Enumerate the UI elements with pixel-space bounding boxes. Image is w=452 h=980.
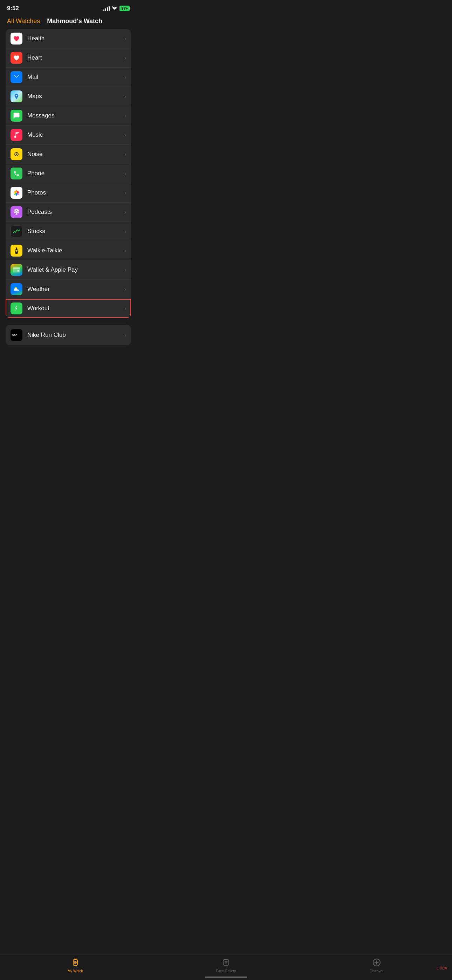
chevron-icon: › — [124, 113, 126, 118]
list-item[interactable]: Weather › — [6, 280, 131, 299]
photos-icon — [11, 187, 22, 199]
list-item[interactable]: Stocks › — [6, 222, 131, 241]
list-item[interactable]: Mail › — [6, 68, 131, 87]
chevron-icon: › — [124, 74, 126, 80]
list-item[interactable]: Walkie-Talkie › — [6, 241, 131, 261]
photos-label: Photos — [27, 189, 124, 196]
wifi-icon — [112, 6, 118, 11]
wallet-label: Wallet & Apple Pay — [27, 266, 124, 274]
list-item[interactable]: Heart › — [6, 48, 131, 68]
chevron-icon: › — [124, 151, 126, 157]
maps-label: Maps — [27, 93, 124, 100]
nrc-section: NRC Nike Run Club › — [6, 325, 131, 345]
list-item[interactable]: Photos › — [6, 183, 131, 203]
stocks-label: Stocks — [27, 228, 124, 235]
nav-header: All Watches Mahmoud's Watch — [0, 15, 137, 29]
walkie-talkie-label: Walkie-Talkie — [27, 247, 124, 254]
status-icons: 97+ — [103, 6, 130, 11]
walkie-talkie-icon — [11, 245, 22, 256]
heart-icon — [11, 52, 22, 64]
chevron-icon: › — [124, 132, 126, 138]
svg-point-18 — [16, 251, 17, 252]
svg-point-13 — [16, 211, 18, 213]
stocks-icon — [11, 225, 22, 237]
svg-rect-17 — [16, 250, 18, 251]
workout-icon — [11, 302, 22, 314]
chevron-icon: › — [124, 94, 126, 99]
list-item[interactable]: Noise › — [6, 145, 131, 164]
svg-rect-22 — [13, 267, 20, 269]
health-label: Health — [27, 35, 124, 42]
battery-icon: 97+ — [119, 6, 130, 11]
chevron-icon: › — [124, 55, 126, 60]
nrc-label: Nike Run Club — [27, 332, 124, 339]
chevron-icon: › — [124, 267, 126, 273]
chevron-icon: › — [124, 248, 126, 253]
mail-icon — [11, 71, 22, 83]
svg-point-4 — [16, 154, 17, 154]
menu-list: Health › Heart › Mail › Maps — [6, 29, 131, 318]
weather-label: Weather — [27, 286, 124, 293]
list-item[interactable]: Maps › — [6, 87, 131, 106]
list-item[interactable]: Music › — [6, 126, 131, 145]
chevron-icon: › — [124, 36, 126, 41]
status-bar: 9:52 97+ — [0, 0, 137, 15]
svg-point-25 — [16, 305, 17, 307]
list-item[interactable]: Wallet & Apple Pay › — [6, 261, 131, 280]
weather-icon — [11, 283, 22, 295]
music-icon — [11, 129, 22, 141]
watch-name: Mahmoud's Watch — [47, 18, 102, 25]
noise-icon — [11, 148, 22, 160]
list-item[interactable]: Health › — [6, 29, 131, 48]
chevron-icon: › — [124, 286, 126, 292]
workout-label: Workout — [27, 305, 124, 312]
svg-rect-20 — [16, 247, 17, 248]
podcasts-label: Podcasts — [27, 208, 124, 216]
chevron-icon: › — [124, 209, 126, 215]
maps-icon — [11, 91, 22, 102]
chevron-icon: › — [124, 190, 126, 196]
messages-label: Messages — [27, 112, 124, 119]
status-time: 9:52 — [7, 5, 19, 12]
podcasts-icon — [11, 206, 22, 218]
messages-icon — [11, 110, 22, 122]
list-item[interactable]: Podcasts › — [6, 203, 131, 222]
all-watches-link[interactable]: All Watches — [7, 18, 40, 25]
chevron-icon: › — [124, 171, 126, 176]
chevron-icon: › — [124, 305, 126, 311]
wallet-icon — [11, 264, 22, 276]
workout-list-item[interactable]: Workout › — [6, 299, 131, 318]
chevron-icon: › — [124, 229, 126, 234]
mail-label: Mail — [27, 73, 124, 81]
signal-icon — [103, 6, 110, 11]
phone-label: Phone — [27, 170, 124, 177]
svg-point-23 — [18, 270, 19, 272]
chevron-icon: › — [124, 332, 126, 338]
music-label: Music — [27, 131, 124, 138]
nrc-list-item[interactable]: NRC Nike Run Club › — [6, 325, 131, 345]
list-item[interactable]: Messages › — [6, 106, 131, 126]
heart-label: Heart — [27, 54, 124, 61]
noise-label: Noise — [27, 151, 124, 158]
svg-text:NRC: NRC — [12, 334, 17, 336]
phone-icon — [11, 167, 22, 180]
health-icon — [11, 33, 22, 45]
list-item[interactable]: Phone › — [6, 164, 131, 183]
nrc-icon: NRC — [11, 329, 22, 341]
